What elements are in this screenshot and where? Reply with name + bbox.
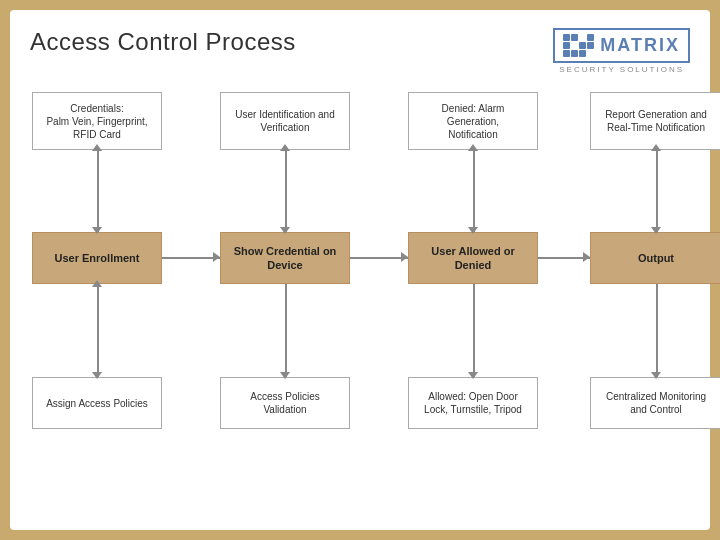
logo-brand: MATRIX (600, 35, 680, 56)
arrow-output-to-centralized (656, 284, 658, 377)
arrow-showcred-to-allowed (350, 257, 408, 259)
arrow-head-up-uid (280, 144, 290, 151)
logo-dot (587, 42, 594, 49)
logo-dot (571, 50, 578, 57)
box-access-policies: Access Policies Validation (220, 377, 350, 429)
arrow-head-showcred-allowed (401, 252, 408, 262)
arrow-denied-to-allowed (473, 150, 475, 232)
box-credentials: Credentials: Palm Vein, Fingerprint, RFI… (32, 92, 162, 150)
arrow-head-up-denied (468, 144, 478, 151)
arrow-head-enroll-assign (92, 280, 102, 287)
arrow-head-showcred-apv (280, 372, 290, 379)
arrow-enroll-to-assign (97, 284, 99, 377)
arrow-allowed-to-open (473, 284, 475, 377)
arrow-head-enroll-showcred (213, 252, 220, 262)
logo-container: MATRIX SECURITY SOLUTIONS (553, 28, 690, 74)
logo-box: MATRIX (553, 28, 690, 63)
logo-dot (579, 34, 586, 41)
arrow-cred-to-enroll (97, 150, 99, 232)
logo-dot (587, 50, 594, 57)
box-report-gen: Report Generation and Real-Time Notifica… (590, 92, 720, 150)
arrow-head-enroll-assign-down (92, 372, 102, 379)
arrow-head-allowed-open (468, 372, 478, 379)
logo-dot (563, 42, 570, 49)
flow-area: Credentials: Palm Vein, Fingerprint, RFI… (30, 92, 690, 482)
logo-dot (571, 34, 578, 41)
arrow-head-output-centralized (651, 372, 661, 379)
box-allowed-open: Allowed: Open Door Lock, Turnstile, Trip… (408, 377, 538, 429)
box-centralized: Centralized Monitoring and Control (590, 377, 720, 429)
arrow-uid-to-showcred (285, 150, 287, 232)
box-output: Output (590, 232, 720, 284)
arrow-head-up-cred (92, 144, 102, 151)
arrow-head-report-output (651, 227, 661, 234)
box-assign-access: Assign Access Policies (32, 377, 162, 429)
logo-dot (587, 34, 594, 41)
box-denied-alarm: Denied: Alarm Generation, Notification (408, 92, 538, 150)
arrow-report-to-output (656, 150, 658, 232)
logo-subtitle: SECURITY SOLUTIONS (559, 65, 684, 74)
page-title: Access Control Process (30, 28, 296, 56)
box-user-enrollment: User Enrollment (32, 232, 162, 284)
main-card: Access Control Process (10, 10, 710, 530)
box-show-credential: Show Credential on Device (220, 232, 350, 284)
arrow-head-denied-allowed (468, 227, 478, 234)
logo-dot (571, 42, 578, 49)
logo-dot (563, 34, 570, 41)
logo-grid (563, 34, 594, 57)
arrow-showcred-to-apv (285, 284, 287, 377)
arrow-head-allowed-output (583, 252, 590, 262)
arrow-head-cred-enroll (92, 227, 102, 234)
arrow-enroll-to-showcred (162, 257, 220, 259)
header-row: Access Control Process (30, 28, 690, 74)
box-user-id: User Identification and Verification (220, 92, 350, 150)
box-user-allowed-denied: User Allowed or Denied (408, 232, 538, 284)
arrow-head-up-report (651, 144, 661, 151)
logo-dot (563, 50, 570, 57)
logo-dot (579, 50, 586, 57)
logo-dot (579, 42, 586, 49)
arrow-head-uid-showcred (280, 227, 290, 234)
